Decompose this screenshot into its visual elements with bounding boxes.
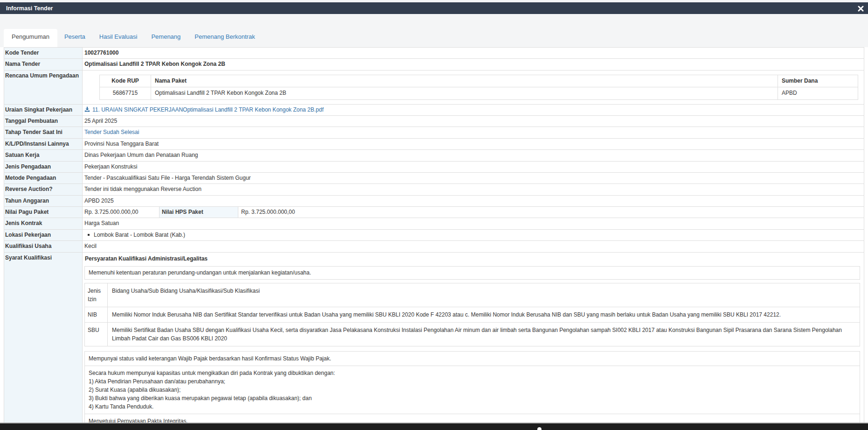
rup-data-row: 56867715 Optimalisasi Landfill 2 TPAR Ke… [100, 87, 858, 99]
footer-bar [0, 423, 868, 430]
row-label: Rencana Umum Pengadaan [4, 70, 83, 104]
row-reverse-auction: Reverse Auction? Tender ini tidak menggu… [4, 184, 864, 195]
metode-value: Tender - Pascakualifikasi Satu File - Ha… [83, 172, 864, 183]
satuan-kerja-value: Dinas Pekerjaan Umum dan Penataan Ruang [83, 150, 864, 161]
tahap-cell: Tender Sudah Selesai [83, 127, 864, 138]
nama-tender-value: Optimalisasi Landfill 2 TPAR Kebon Kongo… [83, 59, 864, 70]
syarat-cell: Persyaratan Kualifikasi Administrasi/Leg… [83, 252, 864, 430]
tab-bar: Pengumuman Peserta Hasil Evaluasi Pemena… [4, 29, 262, 48]
row-uraian-singkat: Uraian Singkat Pekerjaan 11. URAIAN SING… [4, 104, 864, 115]
tab-pemenang-berkontrak[interactable]: Pemenang Berkontrak [187, 29, 262, 48]
kapasitas-line: 4) Kartu Tanda Penduduk. [89, 402, 856, 411]
row-label: Lokasi Pekerjaan [4, 229, 83, 240]
rup-col-kode: Kode RUP [100, 75, 151, 87]
row-tahap-tender: Tahap Tender Saat Ini Tender Sudah Seles… [4, 127, 864, 138]
izin-row-nib: NIB Memiliki Nomor Induk Berusaha NIB da… [85, 307, 860, 323]
tender-info-table: Kode Tender 10027761000 Nama Tender Opti… [4, 47, 864, 430]
rup-table: Kode RUP Nama Paket Sumber Dana 56867715… [99, 75, 858, 100]
izin-col-bidang: Bidang Usaha/Sub Bidang Usaha/Klasifikas… [108, 283, 860, 307]
nilai-hps-value: Rp. 3.725.000.000,00 [238, 207, 299, 218]
rup-col-nama: Nama Paket [151, 75, 778, 87]
izin-sbu-desc: Memiliki Sertifikat Badan Usaha SBU deng… [108, 323, 860, 346]
syarat-item-wajib-pajak: Mempunyai status valid keterangan Wajib … [85, 352, 860, 366]
row-label: Uraian Singkat Pekerjaan [4, 104, 83, 115]
reverse-auction-value: Tender ini tidak menggunakan Reverse Auc… [83, 184, 864, 195]
tab-pengumuman[interactable]: Pengumuman [4, 29, 57, 48]
row-label: Jenis Pengadaan [4, 161, 83, 172]
row-jenis-pengadaan: Jenis Pengadaan Pekerjaan Konstruksi [4, 161, 864, 172]
row-label: Tanggal Pembuatan [4, 115, 83, 127]
row-nilai-pagu-hps: Nilai Pagu Paket Rp. 3.725.000.000,00 Ni… [4, 207, 864, 218]
syarat-heading: Persyaratan Kualifikasi Administrasi/Leg… [85, 255, 860, 263]
izin-nib-desc: Memiliki Nomor Induk Berusaha NIB dan Se… [108, 307, 860, 323]
tanggal-value: 25 April 2025 [83, 115, 864, 127]
row-lokasi-pekerjaan: Lokasi Pekerjaan Lombok Barat - Lombok B… [4, 229, 864, 240]
row-syarat-kualifikasi: Syarat Kualifikasi Persyaratan Kualifika… [4, 252, 864, 430]
row-metode-pengadaan: Metode Pengadaan Tender - Pascakualifika… [4, 172, 864, 183]
lokasi-value: Lombok Barat - Lombok Barat (Kab.) [94, 232, 185, 238]
row-label: Syarat Kualifikasi [4, 252, 83, 430]
tab-peserta[interactable]: Peserta [57, 29, 92, 48]
download-icon [84, 106, 90, 112]
tahap-tender-link[interactable]: Tender Sudah Selesai [84, 129, 139, 135]
kapasitas-line: 2) Surat Kuasa (apabila dikuasakan); [89, 386, 856, 394]
syarat-paragraph-table: Mempunyai status valid keterangan Wajib … [84, 351, 860, 430]
page-title: Informasi Tender [0, 5, 53, 12]
tab-hasil-evaluasi[interactable]: Hasil Evaluasi [92, 29, 145, 48]
footer-dot-icon [537, 427, 542, 430]
row-label: K/L/PD/Instansi Lainnya [4, 138, 83, 149]
row-jenis-kontrak: Jenis Kontrak Harga Satuan [4, 218, 864, 229]
square-bullet-icon [88, 234, 90, 236]
syarat-row-kapasitas: Secara hukum mempunyai kapasitas untuk m… [85, 366, 860, 414]
row-nama-tender: Nama Tender Optimalisasi Landfill 2 TPAR… [4, 59, 864, 70]
tahun-anggaran-value: APBD 2025 [83, 195, 864, 206]
kapasitas-line: 1) Akta Pendirian Perusahaan dan/atau pe… [89, 377, 856, 386]
izin-col-jenis: Jenis Izin [85, 283, 108, 307]
nilai-hps-label: Nilai HPS Paket [159, 207, 238, 218]
izin-header-row: Jenis Izin Bidang Usaha/Sub Bidang Usaha… [85, 283, 860, 307]
kapasitas-line: 3) Bukti bahwa yang diberikan kuasa meru… [89, 394, 856, 402]
kualifikasi-usaha-value: Kecil [83, 241, 864, 252]
row-tanggal-pembuatan: Tanggal Pembuatan 25 April 2025 [4, 115, 864, 127]
syarat-item-perundang: Memenuhi ketentuan peraturan perundang-u… [84, 266, 860, 280]
jenis-kontrak-value: Harga Satuan [83, 218, 864, 229]
row-label: Jenis Kontrak [4, 218, 83, 229]
dialog-titlebar: Informasi Tender [0, 2, 868, 14]
syarat-item-kapasitas: Secara hukum mempunyai kapasitas untuk m… [85, 366, 860, 414]
nilai-pagu-value: Rp. 3.725.000.000,00 [83, 207, 159, 218]
row-label: Nilai Pagu Paket [4, 207, 83, 218]
rup-kode-value: 56867715 [100, 87, 151, 99]
rup-col-sumber: Sumber Dana [778, 75, 858, 87]
izin-sbu-label: SBU [85, 323, 108, 346]
row-rencana-umum-pengadaan: Rencana Umum Pengadaan Kode RUP Nama Pak… [4, 70, 864, 104]
rup-sumber-value: APBD [778, 87, 858, 99]
row-label: Tahap Tender Saat Ini [4, 127, 83, 138]
rup-nama-value: Optimalisasi Landfill 2 TPAR Kebon Kongo… [151, 87, 778, 99]
row-tahun-anggaran: Tahun Anggaran APBD 2025 [4, 195, 864, 206]
close-icon[interactable] [858, 5, 864, 11]
row-label: Satuan Kerja [4, 150, 83, 161]
rup-cell: Kode RUP Nama Paket Sumber Dana 56867715… [83, 70, 864, 104]
nilai-cell: Rp. 3.725.000.000,00 Nilai HPS Paket Rp.… [83, 207, 864, 218]
instansi-value: Provinsi Nusa Tenggara Barat [83, 138, 864, 149]
row-label: Reverse Auction? [4, 184, 83, 195]
lokasi-cell: Lombok Barat - Lombok Barat (Kab.) [83, 229, 864, 240]
row-satuan-kerja: Satuan Kerja Dinas Pekerjaan Umum dan Pe… [4, 150, 864, 161]
uraian-cell: 11. URAIAN SINGKAT PEKERJAANOptimalisasi… [83, 104, 864, 115]
row-label: Kode Tender [4, 48, 83, 59]
row-label: Nama Tender [4, 59, 83, 70]
row-label: Tahun Anggaran [4, 195, 83, 206]
uraian-pdf-link[interactable]: 11. URAIAN SINGKAT PEKERJAANOptimalisasi… [84, 106, 324, 113]
row-kode-tender: Kode Tender 10027761000 [4, 48, 864, 59]
kapasitas-line: Secara hukum mempunyai kapasitas untuk m… [89, 369, 856, 377]
row-instansi: K/L/PD/Instansi Lainnya Provinsi Nusa Te… [4, 138, 864, 149]
row-label: Kualifikasi Usaha [4, 241, 83, 252]
izin-nib-label: NIB [85, 307, 108, 323]
syarat-row-wajib-pajak: Mempunyai status valid keterangan Wajib … [85, 352, 860, 366]
jenis-pengadaan-value: Pekerjaan Konstruksi [83, 161, 864, 172]
row-kualifikasi-usaha: Kualifikasi Usaha Kecil [4, 241, 864, 252]
tab-pemenang[interactable]: Pemenang [144, 29, 187, 48]
kode-tender-value: 10027761000 [83, 48, 864, 59]
rup-header-row: Kode RUP Nama Paket Sumber Dana [100, 75, 858, 87]
izin-table: Jenis Izin Bidang Usaha/Sub Bidang Usaha… [84, 283, 860, 346]
